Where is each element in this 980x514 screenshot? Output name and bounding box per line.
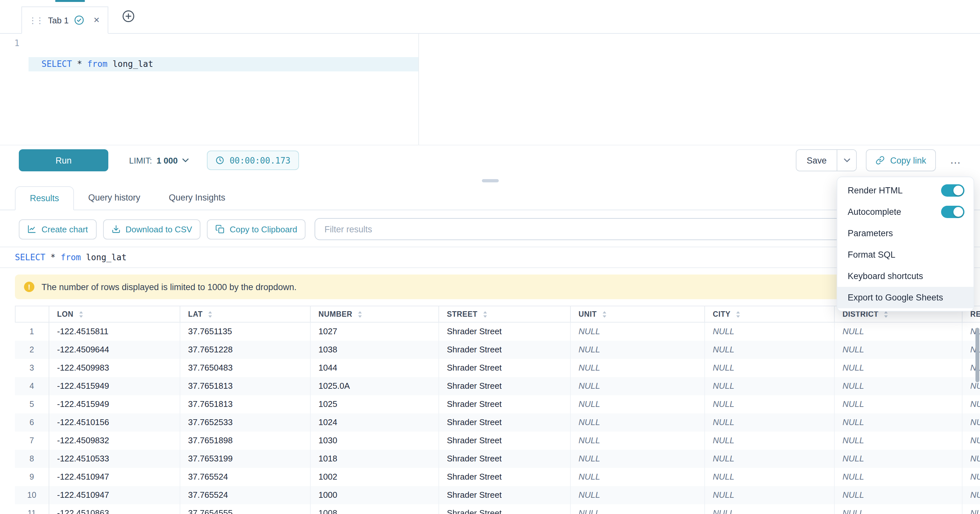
menu-item-keyboard-shortcuts[interactable]: Keyboard shortcuts [837, 265, 974, 287]
editor-pane-divider[interactable] [418, 34, 419, 145]
table-cell: -122.4510863 [49, 504, 180, 514]
code-line[interactable]: SELECT * from long_lat [29, 57, 418, 72]
table-row[interactable]: 1-122.451581137.76511351027Shrader Stree… [15, 322, 980, 341]
create-chart-button[interactable]: Create chart [19, 219, 96, 239]
table-cell: -122.4509832 [49, 432, 180, 450]
more-menu: Render HTMLAutocompleteParametersFormat … [837, 177, 974, 311]
table-cell: NULL [705, 432, 835, 450]
menu-item-render-html[interactable]: Render HTML [837, 180, 974, 201]
column-label: UNIT [579, 310, 597, 318]
tab-query-history[interactable]: Query history [74, 186, 155, 210]
row-number: 3 [15, 359, 49, 377]
column-header-number[interactable]: NUMBER [311, 306, 439, 322]
tab-results[interactable]: Results [15, 186, 74, 210]
table-row[interactable]: 6-122.451015637.76525331024Shrader Stree… [15, 413, 980, 432]
table-cell: NULL [705, 450, 835, 468]
drag-handle-icon[interactable]: ⋮⋮ [29, 15, 43, 25]
table-row[interactable]: 9-122.451094737.7655241002Shrader Street… [15, 468, 980, 486]
sort-icon[interactable] [78, 311, 84, 318]
table-cell: NULL [835, 450, 963, 468]
row-number: 4 [15, 377, 49, 395]
table-row[interactable]: 4-122.451594937.76518131025.0AShrader St… [15, 377, 980, 395]
download-csv-button[interactable]: Download to CSV [103, 219, 200, 239]
sql-operator: * [72, 59, 87, 69]
table-cell: Shrader Street [439, 504, 571, 514]
column-label: STREET [447, 310, 477, 318]
resize-handle[interactable] [482, 179, 498, 182]
table-row[interactable]: 5-122.451594937.76518131025Shrader Stree… [15, 395, 980, 413]
column-header-city[interactable]: CITY [705, 306, 835, 322]
table-body: 1-122.451581137.76511351027Shrader Stree… [15, 322, 980, 514]
editor-code-area[interactable]: SELECT * from long_lat [29, 34, 980, 145]
clipboard-icon [215, 225, 224, 234]
table-cell: 1030 [311, 432, 439, 450]
tab-tab1[interactable]: ⋮⋮ Tab 1 ✕ [21, 6, 108, 34]
vertical-scrollbar[interactable] [975, 322, 980, 514]
table-cell: -122.4510947 [49, 468, 180, 486]
close-tab-icon[interactable]: ✕ [93, 16, 100, 25]
more-options-button[interactable]: … [946, 150, 964, 170]
table-cell: NULL [571, 432, 705, 450]
table-cell: NULL [571, 395, 705, 413]
table-row[interactable]: 7-122.450983237.76518981030Shrader Stree… [15, 432, 980, 450]
link-icon [876, 156, 885, 165]
tab-query-insights[interactable]: Query Insights [155, 186, 240, 210]
table-cell: -122.4509983 [49, 359, 180, 377]
table-cell: 37.7652533 [180, 413, 311, 432]
menu-item-format-sql[interactable]: Format SQL [837, 244, 974, 265]
table-cell: NULL [835, 359, 963, 377]
results-tab-strip: Results Query history Query Insights [0, 186, 980, 210]
limit-dropdown[interactable]: LIMIT: 1 000 [129, 155, 189, 165]
add-tab-button[interactable] [121, 9, 135, 23]
copy-link-button[interactable]: Copy link [866, 149, 936, 171]
sort-icon[interactable] [736, 311, 741, 318]
table-row[interactable]: 2-122.450964437.76512281038Shrader Stree… [15, 341, 980, 359]
table-row[interactable]: 3-122.450998337.76504831044Shrader Stree… [15, 359, 980, 377]
table-row[interactable]: 11-122.451086337.76545551008Shrader Stre… [15, 504, 980, 514]
toggle-knob [953, 186, 963, 195]
table-cell: Shrader Street [439, 468, 571, 486]
sort-icon[interactable] [358, 311, 363, 318]
table-cell: Shrader Street [439, 341, 571, 359]
menu-item-export-to-google-sheets[interactable]: Export to Google Sheets [837, 287, 974, 308]
sort-icon[interactable] [482, 311, 488, 318]
download-csv-label: Download to CSV [126, 224, 192, 234]
tab-results-label: Results [30, 193, 59, 203]
tab-bar: ⋮⋮ Tab 1 ✕ [0, 0, 980, 34]
column-header-street[interactable]: STREET [439, 306, 571, 322]
toggle-switch[interactable] [941, 206, 964, 218]
table-cell: 1025 [311, 395, 439, 413]
row-number: 5 [15, 395, 49, 413]
toggle-switch[interactable] [941, 184, 964, 196]
sort-icon[interactable] [884, 311, 889, 318]
column-header-lat[interactable]: LAT [180, 306, 311, 322]
column-header-lon[interactable]: LON [49, 306, 180, 322]
sort-icon[interactable] [208, 311, 213, 318]
table-cell: 1044 [311, 359, 439, 377]
row-number: 8 [15, 450, 49, 468]
table-cell: Shrader Street [439, 486, 571, 504]
clock-icon [215, 156, 224, 165]
sort-icon[interactable] [602, 311, 607, 318]
save-options-button[interactable] [837, 150, 856, 171]
tab-query-history-label: Query history [88, 193, 140, 203]
menu-item-label: Parameters [848, 228, 893, 238]
copy-to-clipboard-button[interactable]: Copy to Clipboard [207, 219, 305, 239]
table-cell: Shrader Street [439, 359, 571, 377]
table-row[interactable]: 10-122.451094737.7655241000Shrader Stree… [15, 486, 980, 504]
menu-item-label: Autocomplete [848, 207, 901, 217]
table-cell: NULL [571, 486, 705, 504]
table-cell: 37.7651813 [180, 377, 311, 395]
sql-identifier: long_lat [81, 252, 127, 262]
column-label: LAT [188, 310, 203, 318]
chevron-down-icon [844, 158, 850, 162]
table-row[interactable]: 8-122.451053337.76531991018Shrader Stree… [15, 450, 980, 468]
menu-item-label: Format SQL [848, 250, 896, 260]
menu-item-parameters[interactable]: Parameters [837, 223, 974, 244]
run-button[interactable]: Run [19, 149, 108, 171]
column-header-unit[interactable]: UNIT [571, 306, 705, 322]
menu-item-autocomplete[interactable]: Autocomplete [837, 201, 974, 223]
scrollbar-thumb[interactable] [975, 328, 979, 382]
sql-editor[interactable]: 1 SELECT * from long_lat [0, 34, 980, 145]
save-button[interactable]: Save [796, 150, 837, 171]
